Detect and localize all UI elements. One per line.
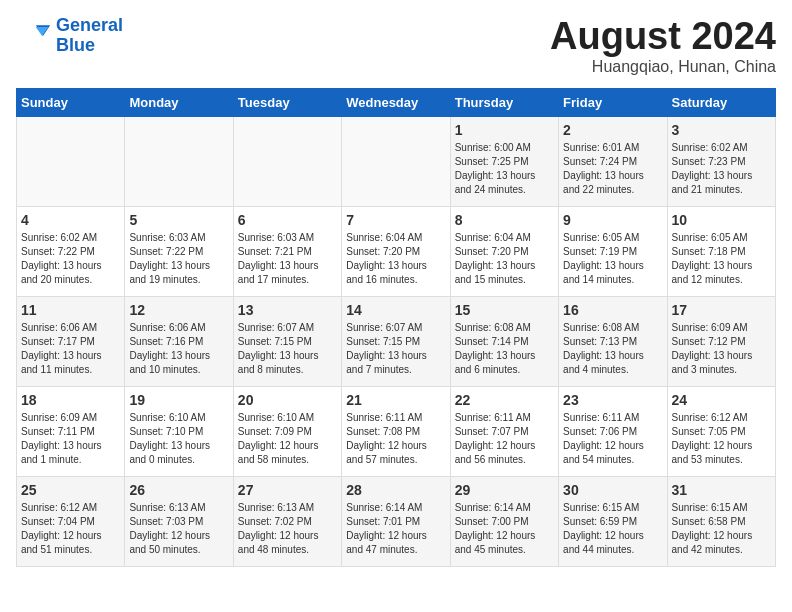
day-number: 19 (129, 392, 228, 408)
day-info: Sunrise: 6:00 AM Sunset: 7:25 PM Dayligh… (455, 141, 554, 197)
day-number: 6 (238, 212, 337, 228)
day-info: Sunrise: 6:01 AM Sunset: 7:24 PM Dayligh… (563, 141, 662, 197)
calendar-cell: 26Sunrise: 6:13 AM Sunset: 7:03 PM Dayli… (125, 476, 233, 566)
calendar-cell: 11Sunrise: 6:06 AM Sunset: 7:17 PM Dayli… (17, 296, 125, 386)
day-number: 31 (672, 482, 771, 498)
calendar-cell: 25Sunrise: 6:12 AM Sunset: 7:04 PM Dayli… (17, 476, 125, 566)
calendar-cell: 8Sunrise: 6:04 AM Sunset: 7:20 PM Daylig… (450, 206, 558, 296)
title-area: August 2024 Huangqiao, Hunan, China (550, 16, 776, 76)
calendar-week-row: 25Sunrise: 6:12 AM Sunset: 7:04 PM Dayli… (17, 476, 776, 566)
calendar-cell: 1Sunrise: 6:00 AM Sunset: 7:25 PM Daylig… (450, 116, 558, 206)
calendar-cell: 13Sunrise: 6:07 AM Sunset: 7:15 PM Dayli… (233, 296, 341, 386)
calendar-cell: 28Sunrise: 6:14 AM Sunset: 7:01 PM Dayli… (342, 476, 450, 566)
weekday-header-sunday: Sunday (17, 88, 125, 116)
calendar-cell: 27Sunrise: 6:13 AM Sunset: 7:02 PM Dayli… (233, 476, 341, 566)
logo-icon (16, 18, 52, 54)
day-number: 9 (563, 212, 662, 228)
day-number: 20 (238, 392, 337, 408)
day-number: 21 (346, 392, 445, 408)
calendar-week-row: 1Sunrise: 6:00 AM Sunset: 7:25 PM Daylig… (17, 116, 776, 206)
calendar-cell: 7Sunrise: 6:04 AM Sunset: 7:20 PM Daylig… (342, 206, 450, 296)
calendar-cell: 17Sunrise: 6:09 AM Sunset: 7:12 PM Dayli… (667, 296, 775, 386)
calendar-week-row: 18Sunrise: 6:09 AM Sunset: 7:11 PM Dayli… (17, 386, 776, 476)
day-info: Sunrise: 6:13 AM Sunset: 7:02 PM Dayligh… (238, 501, 337, 557)
calendar-cell (125, 116, 233, 206)
day-info: Sunrise: 6:11 AM Sunset: 7:06 PM Dayligh… (563, 411, 662, 467)
calendar-cell: 4Sunrise: 6:02 AM Sunset: 7:22 PM Daylig… (17, 206, 125, 296)
day-number: 7 (346, 212, 445, 228)
logo-line2: Blue (56, 35, 95, 55)
logo-line1: General (56, 15, 123, 35)
day-number: 5 (129, 212, 228, 228)
day-info: Sunrise: 6:12 AM Sunset: 7:04 PM Dayligh… (21, 501, 120, 557)
logo-text: General Blue (56, 16, 123, 56)
day-info: Sunrise: 6:07 AM Sunset: 7:15 PM Dayligh… (346, 321, 445, 377)
day-info: Sunrise: 6:02 AM Sunset: 7:23 PM Dayligh… (672, 141, 771, 197)
day-info: Sunrise: 6:04 AM Sunset: 7:20 PM Dayligh… (455, 231, 554, 287)
day-info: Sunrise: 6:14 AM Sunset: 7:00 PM Dayligh… (455, 501, 554, 557)
day-info: Sunrise: 6:04 AM Sunset: 7:20 PM Dayligh… (346, 231, 445, 287)
calendar-cell: 5Sunrise: 6:03 AM Sunset: 7:22 PM Daylig… (125, 206, 233, 296)
calendar-cell: 23Sunrise: 6:11 AM Sunset: 7:06 PM Dayli… (559, 386, 667, 476)
calendar-cell: 2Sunrise: 6:01 AM Sunset: 7:24 PM Daylig… (559, 116, 667, 206)
day-number: 28 (346, 482, 445, 498)
calendar-cell: 31Sunrise: 6:15 AM Sunset: 6:58 PM Dayli… (667, 476, 775, 566)
day-info: Sunrise: 6:08 AM Sunset: 7:13 PM Dayligh… (563, 321, 662, 377)
day-info: Sunrise: 6:15 AM Sunset: 6:59 PM Dayligh… (563, 501, 662, 557)
calendar-cell: 19Sunrise: 6:10 AM Sunset: 7:10 PM Dayli… (125, 386, 233, 476)
day-number: 14 (346, 302, 445, 318)
calendar-table: SundayMondayTuesdayWednesdayThursdayFrid… (16, 88, 776, 567)
header: General Blue August 2024 Huangqiao, Huna… (16, 16, 776, 76)
day-info: Sunrise: 6:06 AM Sunset: 7:16 PM Dayligh… (129, 321, 228, 377)
weekday-header-saturday: Saturday (667, 88, 775, 116)
day-info: Sunrise: 6:05 AM Sunset: 7:18 PM Dayligh… (672, 231, 771, 287)
day-info: Sunrise: 6:03 AM Sunset: 7:22 PM Dayligh… (129, 231, 228, 287)
day-info: Sunrise: 6:15 AM Sunset: 6:58 PM Dayligh… (672, 501, 771, 557)
day-info: Sunrise: 6:10 AM Sunset: 7:09 PM Dayligh… (238, 411, 337, 467)
day-number: 23 (563, 392, 662, 408)
weekday-header-monday: Monday (125, 88, 233, 116)
day-info: Sunrise: 6:09 AM Sunset: 7:11 PM Dayligh… (21, 411, 120, 467)
calendar-cell: 30Sunrise: 6:15 AM Sunset: 6:59 PM Dayli… (559, 476, 667, 566)
calendar-cell: 6Sunrise: 6:03 AM Sunset: 7:21 PM Daylig… (233, 206, 341, 296)
day-info: Sunrise: 6:07 AM Sunset: 7:15 PM Dayligh… (238, 321, 337, 377)
calendar-cell: 22Sunrise: 6:11 AM Sunset: 7:07 PM Dayli… (450, 386, 558, 476)
day-info: Sunrise: 6:08 AM Sunset: 7:14 PM Dayligh… (455, 321, 554, 377)
day-info: Sunrise: 6:02 AM Sunset: 7:22 PM Dayligh… (21, 231, 120, 287)
day-info: Sunrise: 6:10 AM Sunset: 7:10 PM Dayligh… (129, 411, 228, 467)
day-number: 11 (21, 302, 120, 318)
day-number: 1 (455, 122, 554, 138)
day-number: 25 (21, 482, 120, 498)
day-number: 16 (563, 302, 662, 318)
day-number: 29 (455, 482, 554, 498)
day-info: Sunrise: 6:14 AM Sunset: 7:01 PM Dayligh… (346, 501, 445, 557)
calendar-cell: 18Sunrise: 6:09 AM Sunset: 7:11 PM Dayli… (17, 386, 125, 476)
day-number: 8 (455, 212, 554, 228)
day-info: Sunrise: 6:11 AM Sunset: 7:07 PM Dayligh… (455, 411, 554, 467)
day-number: 26 (129, 482, 228, 498)
day-number: 18 (21, 392, 120, 408)
day-number: 3 (672, 122, 771, 138)
calendar-cell: 24Sunrise: 6:12 AM Sunset: 7:05 PM Dayli… (667, 386, 775, 476)
weekday-header-wednesday: Wednesday (342, 88, 450, 116)
weekday-header-thursday: Thursday (450, 88, 558, 116)
day-number: 13 (238, 302, 337, 318)
calendar-cell (17, 116, 125, 206)
calendar-title: August 2024 (550, 16, 776, 58)
weekday-header-friday: Friday (559, 88, 667, 116)
weekday-header-tuesday: Tuesday (233, 88, 341, 116)
day-number: 27 (238, 482, 337, 498)
day-info: Sunrise: 6:09 AM Sunset: 7:12 PM Dayligh… (672, 321, 771, 377)
calendar-cell: 15Sunrise: 6:08 AM Sunset: 7:14 PM Dayli… (450, 296, 558, 386)
day-info: Sunrise: 6:12 AM Sunset: 7:05 PM Dayligh… (672, 411, 771, 467)
calendar-cell: 21Sunrise: 6:11 AM Sunset: 7:08 PM Dayli… (342, 386, 450, 476)
day-number: 4 (21, 212, 120, 228)
calendar-subtitle: Huangqiao, Hunan, China (550, 58, 776, 76)
calendar-cell: 16Sunrise: 6:08 AM Sunset: 7:13 PM Dayli… (559, 296, 667, 386)
svg-rect-0 (16, 18, 52, 54)
calendar-cell: 29Sunrise: 6:14 AM Sunset: 7:00 PM Dayli… (450, 476, 558, 566)
calendar-cell: 14Sunrise: 6:07 AM Sunset: 7:15 PM Dayli… (342, 296, 450, 386)
day-info: Sunrise: 6:13 AM Sunset: 7:03 PM Dayligh… (129, 501, 228, 557)
day-number: 12 (129, 302, 228, 318)
calendar-cell: 20Sunrise: 6:10 AM Sunset: 7:09 PM Dayli… (233, 386, 341, 476)
